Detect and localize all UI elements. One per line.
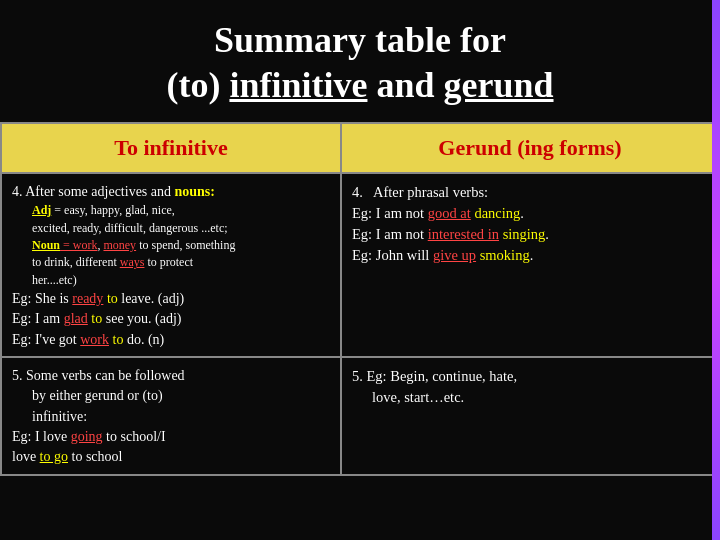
header-gerund: Gerund (ing forms) (341, 123, 719, 173)
row4-left-eg1: Eg: She is ready to to leave. (adj) leav… (12, 289, 330, 309)
title-line1: Summary table for (10, 18, 710, 63)
row4-left-eg3: Eg: I've got work to do. (n) (12, 330, 330, 350)
row5-left-text2: infinitive: (32, 407, 330, 427)
title-line2: (to) infinitive and gerund (10, 63, 710, 108)
title-gerund: gerund (444, 65, 554, 105)
row4-left-heading: 4. After some adjectives and nouns: (12, 182, 330, 202)
row4-left-adj2: excited, ready, difficult, dangerous ...… (32, 220, 330, 237)
row4-left-noun2: to drink, different ways to protect (32, 254, 330, 271)
row4-left-noun: Noun = work, money = work, money to spen… (32, 237, 330, 254)
row4-right: 4. After phrasal verbs: Eg: I am not goo… (341, 173, 719, 357)
row4-left: 4. After some adjectives and nouns: Adj … (1, 173, 341, 357)
row5-left-text1: by either gerund or (to) (32, 386, 330, 406)
row5-right-heading: 5. Eg: Begin, continue, hate, (352, 366, 708, 387)
summary-table: To infinitive Gerund (ing forms) 4. Afte… (0, 122, 720, 476)
header-to-infinitive: To infinitive (1, 123, 341, 173)
row5-right: 5. Eg: Begin, continue, hate, love, star… (341, 357, 719, 474)
row5-right-text: love, start…etc. (372, 387, 708, 408)
page: Summary table for (to) infinitive and ge… (0, 0, 720, 540)
row4-left-eg2: Eg: I am glad to see you. (adj) (12, 309, 330, 329)
title-to: (to) (166, 65, 229, 105)
row4-right-eg1: Eg: I am not good at dancing. (352, 203, 708, 224)
title-infinitive: infinitive (229, 65, 367, 105)
row5-left-eg2: love to go to school (12, 447, 330, 467)
title-area: Summary table for (to) infinitive and ge… (0, 0, 720, 122)
title-and: and (367, 65, 443, 105)
row4-right-eg2: Eg: I am not interested in singing. (352, 224, 708, 245)
row5-left: 5. Some verbs can be followed by either … (1, 357, 341, 474)
table-row-5: 5. Some verbs can be followed by either … (1, 357, 719, 474)
row4-left-noun3: her....etc) (32, 272, 330, 289)
row5-left-heading: 5. Some verbs can be followed (12, 366, 330, 386)
row5-left-eg: Eg: I love going to school/I (12, 427, 330, 447)
table-row-4: 4. After some adjectives and nouns: Adj … (1, 173, 719, 357)
row4-right-eg3: Eg: John will give up smoking. (352, 245, 708, 266)
row4-right-heading: 4. After phrasal verbs: (352, 182, 708, 203)
row4-left-adj: Adj = easy, happy, glad, nice, (32, 202, 330, 219)
